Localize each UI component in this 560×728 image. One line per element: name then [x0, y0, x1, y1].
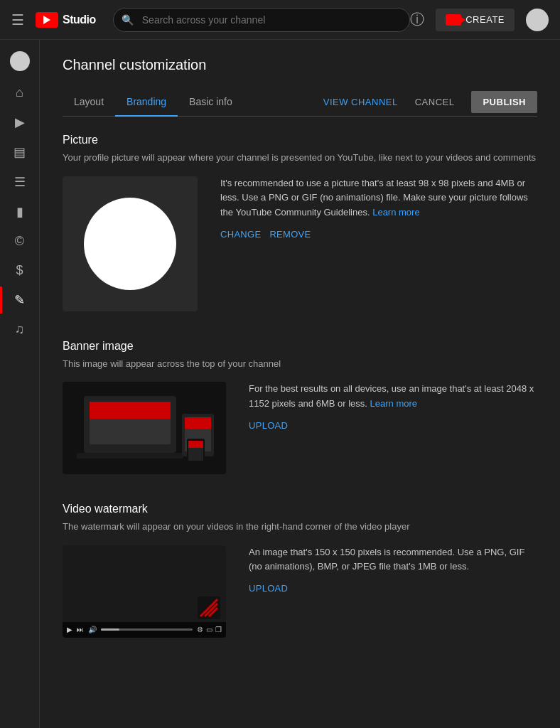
watermark-title: Video watermark	[63, 503, 537, 515]
publish-button[interactable]: PUBLISH	[471, 91, 537, 113]
tab-basic-info[interactable]: Basic info	[178, 87, 244, 116]
top-nav: ☰ Studio 🔍 ⓘ CREATE	[0, 0, 560, 40]
camera-icon	[446, 14, 461, 26]
search-icon: 🔍	[122, 14, 134, 26]
wm-right-icons: ⚙ ▭ ❐	[197, 626, 222, 633]
wm-progress-bar	[101, 628, 193, 631]
sidebar-avatar-item[interactable]	[0, 46, 39, 77]
cancel-button[interactable]: CANCEL	[406, 91, 463, 113]
banner-learn-more-link[interactable]: Learn more	[370, 398, 417, 409]
page-title: Channel customization	[63, 57, 537, 73]
comments-icon: ☰	[14, 174, 26, 190]
tabs-row: Layout Branding Basic info VIEW CHANNEL …	[63, 87, 537, 117]
search-input[interactable]	[113, 8, 410, 32]
banner-preview	[63, 382, 226, 474]
banner-body: For the best results on all devices, use…	[63, 382, 537, 474]
sidebar: ⌂ ▶ ▤ ☰ ▮ © $ ✎ ♫	[0, 40, 40, 728]
sidebar-item-comments[interactable]: ☰	[0, 168, 39, 196]
library-icon: ♫	[15, 322, 25, 337]
analytics-icon: ▤	[14, 144, 26, 160]
picture-learn-more-link[interactable]: Learn more	[372, 207, 419, 218]
upload-banner-button[interactable]: UPLOAD	[249, 420, 288, 431]
watermark-icon	[198, 596, 220, 619]
wm-video-area: ▶ ⏭ 🔊 ⚙ ▭ ❐	[63, 545, 226, 638]
upload-watermark-button[interactable]: UPLOAD	[249, 583, 288, 594]
play-icon: ▶	[67, 626, 72, 633]
svg-rect-3	[90, 402, 171, 419]
banner-description: This image will appear across the top of…	[63, 357, 537, 371]
tabs-actions: VIEW CHANNEL CANCEL PUBLISH	[323, 91, 537, 113]
video-icon: ▶	[15, 114, 25, 130]
picture-title: Picture	[63, 134, 537, 146]
picture-info-text: It's recommended to use a picture that's…	[220, 176, 537, 220]
picture-description: Your profile picture will appear where y…	[63, 151, 537, 165]
expand-icon: ❐	[215, 626, 222, 633]
watermark-info-text: An image that's 150 x 150 pixels is reco…	[249, 545, 537, 575]
profile-picture-circle	[84, 198, 176, 290]
watermark-body: ▶ ⏭ 🔊 ⚙ ▭ ❐	[63, 545, 537, 638]
sidebar-avatar	[10, 51, 30, 71]
picture-info: It's recommended to use a picture that's…	[220, 176, 537, 240]
sidebar-item-earn[interactable]: $	[0, 257, 39, 284]
copyright-icon: ©	[15, 234, 24, 249]
sidebar-item-dashboard[interactable]: ⌂	[0, 80, 39, 106]
wm-progress-fill	[101, 628, 119, 631]
yt-logo[interactable]: Studio	[36, 12, 96, 28]
yt-logo-icon	[36, 12, 58, 28]
svg-rect-4	[77, 453, 183, 459]
earn-icon: $	[16, 263, 23, 278]
banner-info-text: For the best results on all devices, use…	[249, 382, 537, 412]
skip-icon: ⏭	[77, 626, 84, 633]
sidebar-item-library[interactable]: ♫	[0, 316, 39, 343]
yt-logo-text: Studio	[63, 14, 96, 26]
nav-right: ⓘ CREATE	[410, 9, 549, 31]
watermark-description: The watermark will appear on your videos…	[63, 520, 537, 534]
watermark-actions: UPLOAD	[249, 583, 537, 594]
create-button[interactable]: CREATE	[436, 9, 515, 31]
tab-layout[interactable]: Layout	[63, 87, 115, 116]
banner-info: For the best results on all devices, use…	[249, 382, 537, 431]
svg-rect-10	[188, 441, 203, 448]
watermark-section: Video watermark The watermark will appea…	[63, 503, 537, 638]
avatar[interactable]	[526, 9, 549, 31]
home-icon: ⌂	[16, 85, 23, 100]
volume-icon: 🔊	[88, 626, 97, 633]
sidebar-item-subtitles[interactable]: ▮	[0, 198, 39, 225]
watermark-info: An image that's 150 x 150 pixels is reco…	[249, 545, 537, 594]
fullscreen-icon: ▭	[206, 626, 212, 633]
tab-branding[interactable]: Branding	[115, 87, 178, 116]
sidebar-item-content[interactable]: ▶	[0, 109, 39, 136]
hamburger-icon[interactable]: ☰	[11, 11, 24, 28]
help-icon[interactable]: ⓘ	[410, 10, 424, 29]
banner-svg	[63, 382, 226, 474]
search-bar: 🔍	[113, 8, 410, 32]
wm-controls: ▶ ⏭ 🔊 ⚙ ▭ ❐	[63, 622, 226, 638]
app-body: ⌂ ▶ ▤ ☰ ▮ © $ ✎ ♫ Channel customization	[0, 40, 560, 728]
picture-actions: CHANGE REMOVE	[220, 229, 537, 240]
watermark-preview: ▶ ⏭ 🔊 ⚙ ▭ ❐	[63, 545, 226, 638]
profile-picture-preview	[63, 176, 198, 311]
sidebar-item-analytics[interactable]: ▤	[0, 139, 39, 166]
banner-section: Banner image This image will appear acro…	[63, 340, 537, 475]
change-picture-button[interactable]: CHANGE	[220, 229, 261, 240]
picture-body: It's recommended to use a picture that's…	[63, 176, 537, 311]
banner-title: Banner image	[63, 340, 537, 353]
subtitles-icon: ▮	[16, 204, 23, 220]
settings-icon: ⚙	[197, 626, 203, 633]
remove-picture-button[interactable]: REMOVE	[269, 229, 311, 240]
main-content: Channel customization Layout Branding Ba…	[40, 40, 560, 728]
svg-rect-7	[185, 417, 211, 429]
view-channel-button[interactable]: VIEW CHANNEL	[323, 91, 398, 113]
picture-section: Picture Your profile picture will appear…	[63, 134, 537, 311]
sidebar-item-copyright[interactable]: ©	[0, 228, 39, 255]
customization-icon: ✎	[14, 292, 25, 308]
sidebar-item-customization[interactable]: ✎	[0, 287, 39, 314]
banner-actions: UPLOAD	[249, 420, 537, 431]
